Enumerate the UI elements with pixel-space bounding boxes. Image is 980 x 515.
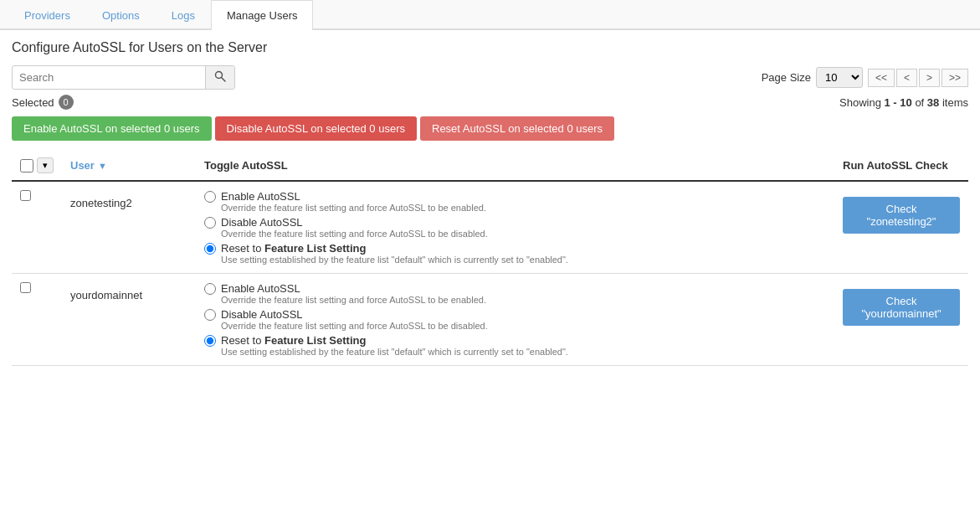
user-table: ▾ User ▼ Toggle AutoSSL Run AutoSSL Chec… — [12, 151, 968, 366]
selected-text: Selected — [12, 96, 54, 109]
row-checkbox-cell — [12, 181, 62, 274]
select-dropdown-button[interactable]: ▾ — [37, 157, 54, 173]
row-checkbox-cell — [12, 274, 62, 366]
radio-reset-1[interactable] — [204, 335, 216, 347]
row-run-col: Check "yourdomainnet" — [834, 274, 968, 366]
radio-option-enable: Enable AutoSSLOverride the feature list … — [204, 282, 826, 305]
th-user: User ▼ — [62, 151, 196, 181]
th-toggle: Toggle AutoSSL — [196, 151, 834, 181]
enable-selected-button[interactable]: Enable AutoSSL on selected 0 users — [12, 116, 212, 141]
tab-manage-users[interactable]: Manage Users — [211, 0, 314, 30]
selected-row: Selected 0 Showing 1 - 10 of 38 items — [12, 95, 968, 110]
radio-disable-1[interactable] — [204, 309, 216, 321]
page-first-button[interactable]: << — [868, 69, 895, 87]
radio-option-enable: Enable AutoSSLOverride the feature list … — [204, 190, 826, 213]
row-username: zonetesting2 — [62, 181, 196, 274]
toolbar: Page Size 10 20 50 100 << < > >> — [12, 65, 968, 90]
radio-desc-enable-1: Override the feature list setting and fo… — [204, 295, 826, 305]
row-run-col: Check "zonetesting2" — [834, 181, 968, 274]
table-row: yourdomainnetEnable AutoSSLOverride the … — [12, 274, 968, 366]
page-next-button[interactable]: > — [919, 69, 940, 87]
tab-options[interactable]: Options — [86, 0, 156, 30]
tab-providers[interactable]: Providers — [8, 0, 86, 30]
row-toggle-options: Enable AutoSSLOverride the feature list … — [196, 181, 834, 274]
radio-reset-0[interactable] — [204, 243, 216, 255]
radio-desc-reset-0: Use setting established by the feature l… — [204, 255, 826, 265]
page-size-area: Page Size 10 20 50 100 << < > >> — [762, 67, 968, 88]
radio-desc-enable-0: Override the feature list setting and fo… — [204, 203, 826, 213]
th-run: Run AutoSSL Check — [834, 151, 968, 181]
row-toggle-options: Enable AutoSSLOverride the feature list … — [196, 274, 834, 366]
reset-selected-button[interactable]: Reset AutoSSL on selected 0 users — [420, 116, 614, 141]
select-all-checkbox[interactable] — [20, 159, 33, 173]
radio-option-reset: Reset to Feature List SettingUse setting… — [204, 242, 826, 265]
selected-label: Selected 0 — [12, 95, 74, 110]
search-button[interactable] — [205, 66, 234, 89]
check-button-0[interactable]: Check "zonetesting2" — [843, 197, 960, 234]
radio-desc-disable-0: Override the feature list setting and fo… — [204, 229, 826, 239]
row-username: yourdomainnet — [62, 274, 196, 366]
radio-desc-reset-1: Use setting established by the feature l… — [204, 347, 826, 357]
radio-label-text-disable-0: Disable AutoSSL — [221, 216, 303, 229]
radio-label-text-disable-1: Disable AutoSSL — [221, 308, 303, 321]
table-header-row: ▾ User ▼ Toggle AutoSSL Run AutoSSL Chec… — [12, 151, 968, 181]
disable-selected-button[interactable]: Disable AutoSSL on selected 0 users — [215, 116, 417, 141]
bulk-actions: Enable AutoSSL on selected 0 users Disab… — [12, 116, 968, 141]
tab-bar: Providers Options Logs Manage Users — [0, 0, 980, 30]
radio-option-disable: Disable AutoSSLOverride the feature list… — [204, 308, 826, 331]
radio-label-text-reset-0: Reset to Feature List Setting — [221, 242, 366, 255]
radio-label-text-enable-0: Enable AutoSSL — [221, 190, 300, 203]
th-checkbox: ▾ — [12, 151, 62, 181]
page-title: Configure AutoSSL for Users on the Serve… — [12, 40, 968, 55]
row-checkbox-1[interactable] — [20, 282, 31, 293]
check-button-1[interactable]: Check "yourdomainnet" — [843, 289, 960, 326]
th-user-label: User — [70, 159, 95, 172]
page-last-button[interactable]: >> — [942, 69, 968, 87]
table-row: zonetesting2Enable AutoSSLOverride the f… — [12, 181, 968, 274]
svg-line-1 — [222, 78, 226, 82]
radio-option-reset: Reset to Feature List SettingUse setting… — [204, 334, 826, 357]
selected-badge: 0 — [59, 95, 74, 110]
page-size-label: Page Size — [762, 71, 811, 84]
search-input[interactable] — [13, 67, 205, 88]
page-size-select[interactable]: 10 20 50 100 — [816, 67, 863, 88]
search-box — [12, 65, 235, 90]
radio-label-text-reset-1: Reset to Feature List Setting — [221, 334, 366, 347]
radio-disable-0[interactable] — [204, 217, 216, 229]
showing-text: Showing 1 - 10 of 38 items — [839, 96, 968, 109]
page-nav: << < > >> — [868, 69, 968, 87]
sort-icon: ▼ — [98, 161, 107, 171]
radio-desc-disable-1: Override the feature list setting and fo… — [204, 321, 826, 331]
radio-label-text-enable-1: Enable AutoSSL — [221, 282, 300, 295]
page-prev-button[interactable]: < — [896, 69, 917, 87]
row-checkbox-0[interactable] — [20, 190, 31, 201]
radio-enable-1[interactable] — [204, 283, 216, 295]
radio-enable-0[interactable] — [204, 191, 216, 203]
radio-option-disable: Disable AutoSSLOverride the feature list… — [204, 216, 826, 239]
tab-logs[interactable]: Logs — [156, 0, 211, 30]
main-content: Configure AutoSSL for Users on the Serve… — [0, 30, 980, 376]
